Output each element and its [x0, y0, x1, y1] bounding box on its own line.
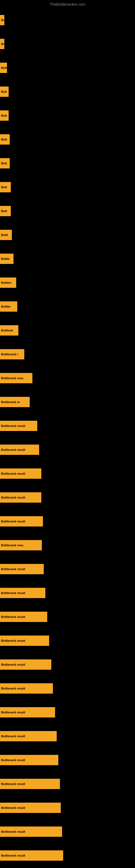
- bar-label: Bottleneck result: [1, 806, 25, 809]
- bar-label: Bottleneck result: [1, 448, 25, 452]
- bar-row: Bottle: [0, 247, 135, 271]
- bar-label: Bottlen: [1, 281, 11, 284]
- bar-label: Bottleneck result: [1, 758, 25, 762]
- bar-label: Bottleneck result: [1, 591, 25, 595]
- bar: Bottleneck re: [0, 397, 30, 407]
- bar-row: Bottleneck resu: [0, 533, 135, 557]
- bar-row: Bottleneck result: [0, 509, 135, 533]
- bar: Bottleneck resu: [0, 373, 32, 383]
- bar-row: Bottleneck result: [0, 701, 135, 724]
- bar-row: Bottleneck result: [0, 653, 135, 677]
- bar-label: Bottleneck result: [1, 424, 25, 428]
- bar: Bottleneck result: [0, 421, 37, 431]
- bar-label: Bo: [1, 42, 4, 45]
- bar-row: Bottleneck r: [0, 342, 135, 366]
- bar: Bottleneck result: [0, 803, 61, 813]
- bar-row: Bottleneck result: [0, 796, 135, 820]
- bar: Bott: [0, 87, 9, 97]
- bar: Bottleneck result: [0, 827, 62, 837]
- bar-row: Bottleneck result: [0, 677, 135, 701]
- bar-label: Bottleneck result: [1, 520, 25, 523]
- bar-label: Bottleneck resu: [1, 544, 24, 547]
- bar-row: Bottleneck result: [0, 462, 135, 486]
- bar-row: Bottleneck result: [0, 844, 135, 867]
- bar-label: Bo: [1, 19, 4, 22]
- bar-row: Bottleneck result: [0, 486, 135, 509]
- bar-row: Bottleneck result: [0, 414, 135, 438]
- bar: Bottleneck r: [0, 349, 24, 360]
- bar-row: Bott: [0, 104, 135, 127]
- bar: Bottle: [0, 254, 13, 264]
- bar-label: Bott: [1, 66, 7, 69]
- bar-row: Bottleneck result: [0, 748, 135, 772]
- bar-row: Bott: [0, 127, 135, 151]
- bar-row: Bottleneck re: [0, 390, 135, 414]
- bar-row: Bottleneck result: [0, 820, 135, 844]
- bar-row: Bo: [0, 32, 135, 56]
- bar-row: Bottlenk: [0, 318, 135, 342]
- bar-row: Bottleneck result: [0, 724, 135, 748]
- bar-label: Bottle: [1, 257, 9, 260]
- bar: Bottleneck result: [0, 444, 39, 455]
- bar-row: Bottleneck result: [0, 629, 135, 653]
- site-title: TheBottlenecker.com: [0, 0, 135, 9]
- bar-label: Bottler: [1, 305, 10, 308]
- bar-label: Bottleneck result: [1, 735, 25, 738]
- bar-row: Bott: [0, 80, 135, 104]
- bar-label: Bottleneck result: [1, 830, 25, 833]
- bar: Bottleneck result: [0, 468, 41, 479]
- bar: Bottleneck resu: [0, 540, 42, 550]
- bar-label: Bottleneck result: [1, 663, 25, 666]
- bar: Bott: [0, 182, 11, 192]
- bar: Bo: [0, 15, 4, 25]
- bar-row: Bottleneck result: [0, 557, 135, 581]
- bar-label: Bottleneck result: [1, 496, 25, 499]
- bar-row: Bottleneck result: [0, 772, 135, 796]
- bar-label: Bott: [1, 90, 7, 93]
- bar-row: Bottleneck result: [0, 605, 135, 629]
- bar: Bottleneck result: [0, 850, 63, 861]
- bar-row: Bott: [0, 199, 135, 223]
- bar-label: Bottleneck resu: [1, 376, 24, 380]
- bar-label: Bottlenk: [1, 329, 13, 332]
- bar-label: Bottleneck result: [1, 639, 25, 642]
- bar: Bottleneck result: [0, 516, 43, 527]
- bar-row: Bott: [0, 56, 135, 80]
- bar-row: Bottl: [0, 223, 135, 247]
- bar-label: Bottleneck re: [1, 400, 20, 404]
- bar: Bottleneck result: [0, 612, 47, 622]
- bar: Bottleneck result: [0, 779, 60, 789]
- bar: Bottlen: [0, 278, 16, 288]
- bar-label: Bottleneck result: [1, 567, 25, 571]
- bar-label: Bott: [1, 186, 7, 189]
- bar: Bott: [0, 111, 9, 121]
- bar-row: Bo: [0, 8, 135, 32]
- bar-label: Bottl: [1, 233, 8, 237]
- bar: Bottleneck result: [0, 707, 55, 717]
- bar-label: Bottleneck result: [1, 615, 25, 618]
- bar-row: Bottleneck result: [0, 581, 135, 605]
- bar: Bo: [0, 39, 4, 49]
- bar: Bottleneck result: [0, 636, 49, 646]
- bars-container: BoBoBottBottBottBottBottBottBottBottlBot…: [0, 8, 135, 867]
- bar: Bottlenk: [0, 325, 18, 336]
- bar-label: Bott: [1, 209, 7, 213]
- bar-row: Bottlen: [0, 271, 135, 294]
- bar-label: Bott: [1, 114, 7, 117]
- bar: Bottleneck result: [0, 731, 57, 741]
- bar: Bottl: [0, 230, 12, 240]
- bar-label: Bottleneck result: [1, 687, 25, 690]
- bar: Bottler: [0, 301, 17, 312]
- bar: Bott: [0, 158, 10, 168]
- bar: Bottleneck result: [0, 755, 58, 765]
- bar-row: Bottleneck resu: [0, 366, 135, 390]
- bar-label: Bottleneck result: [1, 854, 25, 857]
- bar: Bottleneck result: [0, 492, 41, 503]
- bar-row: Bottleneck result: [0, 438, 135, 462]
- bar-label: Bottleneck r: [1, 352, 18, 356]
- bar-label: Bott: [1, 138, 7, 141]
- bar: Bottleneck result: [0, 659, 51, 670]
- bar-label: Bottleneck result: [1, 711, 25, 714]
- bar: Bott: [0, 63, 7, 73]
- bar-label: Bott: [1, 162, 7, 165]
